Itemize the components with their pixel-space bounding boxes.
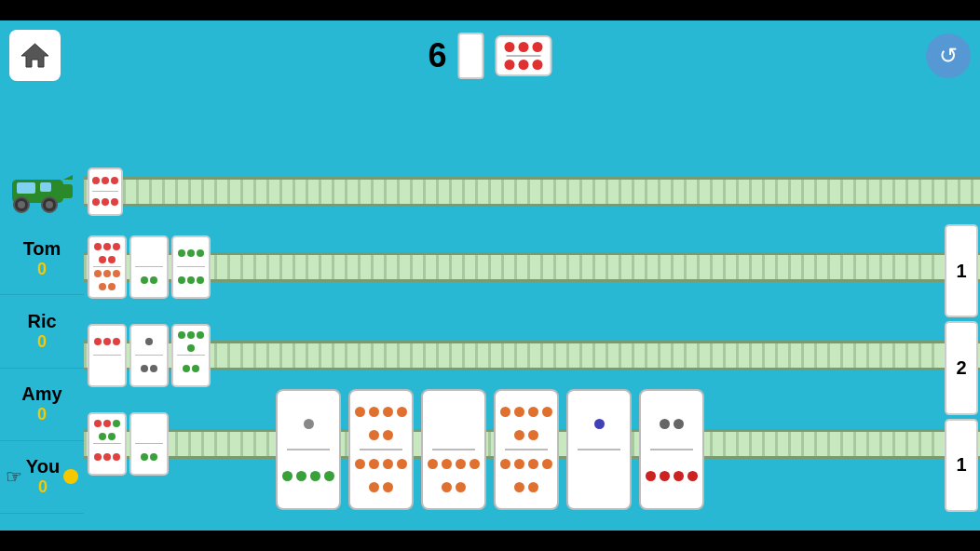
refresh-icon: ↺ (939, 43, 958, 69)
home-icon (19, 39, 51, 72)
ric-domino-1[interactable] (88, 324, 127, 387)
tom-score: 0 (37, 260, 47, 279)
train-icon (7, 166, 77, 217)
amy-domino-2[interactable] (129, 412, 169, 476)
tom-domino-3[interactable] (171, 235, 211, 299)
hand-domino-1[interactable] (276, 389, 341, 510)
player-ric: Ric 0 (0, 295, 84, 368)
svg-marker-0 (21, 44, 48, 67)
player-tom: Tom 0 (0, 222, 84, 295)
hand-domino-6[interactable] (639, 389, 704, 510)
svg-rect-8 (40, 182, 51, 192)
svg-rect-2 (59, 184, 73, 198)
svg-point-6 (46, 201, 53, 208)
svg-rect-7 (17, 182, 35, 194)
ric-name: Ric (27, 311, 56, 332)
tom-name: Tom (23, 238, 61, 260)
score-badge-tom: 1 (945, 224, 978, 317)
ric-domino-3[interactable] (171, 324, 211, 387)
amy-domino-1[interactable] (88, 412, 127, 476)
tom-domino-1[interactable] (88, 235, 127, 299)
train-row (0, 160, 84, 222)
top-bar: 6 ↺ (0, 20, 980, 90)
hand-domino-2[interactable] (348, 389, 414, 510)
tom-domino-2[interactable] (129, 235, 169, 299)
hand-domino-3[interactable] (421, 389, 486, 510)
track-row-tom (84, 222, 980, 311)
hand-domino-4[interactable] (494, 389, 559, 510)
center-info: 6 (428, 33, 551, 79)
refresh-button[interactable]: ↺ (926, 34, 971, 78)
track-row-ric (84, 311, 980, 399)
draw-pile-domino[interactable] (458, 33, 484, 79)
ric-score: 0 (37, 332, 47, 352)
center-domino[interactable] (496, 35, 552, 76)
svg-marker-9 (63, 175, 73, 180)
home-button[interactable] (9, 30, 61, 81)
engine-domino-1[interactable] (88, 168, 123, 216)
track-row-engine (84, 160, 980, 222)
ric-domino-2[interactable] (129, 324, 169, 387)
svg-point-4 (18, 201, 25, 208)
hand-domino-5[interactable] (566, 389, 632, 510)
round-number: 6 (428, 36, 446, 75)
